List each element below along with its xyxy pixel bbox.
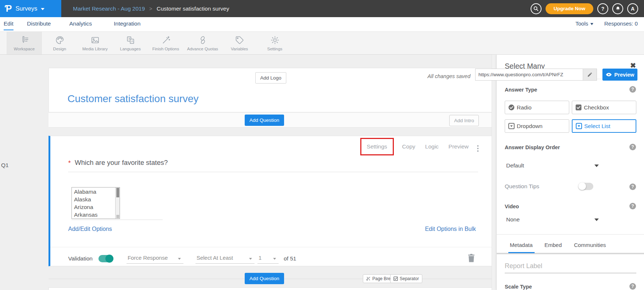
tab-metadata[interactable]: Metadata	[510, 242, 533, 248]
list-item[interactable]: Arkansas	[72, 211, 115, 219]
next-card-edge	[49, 287, 493, 290]
survey-url-input[interactable]	[476, 69, 583, 80]
toolbar-item-design[interactable]: Design	[42, 32, 77, 54]
toolbar-item-variables[interactable]: Variables	[222, 32, 257, 54]
settings-icon	[270, 35, 280, 45]
account-avatar[interactable]: A	[627, 3, 638, 14]
video-dropdown[interactable]: None	[506, 216, 599, 223]
validation-toggle[interactable]	[98, 255, 113, 262]
list-item[interactable]: Alaska	[72, 196, 115, 203]
listbox-scrollbar[interactable]	[115, 187, 120, 219]
of-total-label: of 51	[284, 255, 296, 262]
tab-distribute[interactable]: Distribute	[27, 20, 51, 30]
edit-options-in-bulk-link[interactable]: Edit Options in Bulk	[425, 226, 476, 232]
chevron-down-icon	[590, 23, 593, 25]
preview-button[interactable]: Preview	[602, 69, 637, 81]
eye-icon	[606, 72, 612, 77]
toolbar-item-settings[interactable]: Settings	[257, 32, 292, 54]
question-tips-label: Question Tips	[505, 183, 539, 190]
breadcrumb: Market Research - Aug 2019 > Customer sa…	[73, 0, 229, 17]
answer-type-dropdown[interactable]: Dropdown	[505, 119, 569, 133]
question-copy-button[interactable]: Copy	[402, 143, 415, 150]
list-item[interactable]: Alabama	[72, 188, 115, 196]
edit-url-button[interactable]	[583, 69, 597, 80]
answer-type-checkbox[interactable]: Checkbox	[572, 101, 636, 114]
display-order-help-icon[interactable]: ?	[629, 144, 636, 150]
question-tips-help-icon[interactable]: ?	[629, 183, 636, 190]
chevron-down-icon	[594, 219, 599, 221]
select-rule-dropdown[interactable]: Select At Least	[195, 254, 255, 264]
tools-menu[interactable]: Tools	[575, 20, 593, 27]
variables-icon	[235, 35, 244, 45]
workspace-icon	[20, 35, 29, 45]
force-response-dropdown[interactable]: Force Response	[127, 254, 183, 264]
autosave-status: All changes saved	[416, 73, 470, 79]
min-count-value: 1	[259, 255, 261, 261]
toolbar-item-label: Variables	[231, 47, 248, 51]
question-more-menu[interactable]	[476, 144, 480, 153]
upgrade-now-button[interactable]: Upgrade Now	[546, 3, 593, 14]
surveys-product-menu[interactable]: Ƥ Surveys	[0, 0, 61, 17]
separator-checkbox-icon	[393, 277, 398, 281]
tab-analytics[interactable]: Analytics	[69, 20, 92, 30]
validation-label: Validation	[68, 255, 93, 262]
question-tips-toggle[interactable]	[578, 183, 593, 190]
top-header: Ƥ Surveys Market Research - Aug 2019 > C…	[0, 0, 644, 17]
video-value: None	[506, 216, 520, 223]
survey-title[interactable]: Customer satisfaction survey	[67, 93, 198, 105]
toolbar-item-advance-quotas[interactable]: Advance Quotas	[183, 32, 222, 54]
scale-type-help-icon[interactable]: ?	[629, 283, 636, 290]
listbox-underline	[71, 220, 163, 220]
add-question-button-bottom[interactable]: Add Question	[245, 273, 284, 284]
help-button[interactable]: ?	[597, 3, 608, 14]
dots-vertical-icon	[477, 145, 479, 147]
tab-communities[interactable]: Communities	[574, 242, 606, 248]
chevron-down-icon	[249, 258, 252, 260]
add-question-button-top[interactable]: Add Question	[245, 115, 284, 126]
design-icon	[55, 35, 65, 45]
chevron-down-icon	[41, 8, 44, 10]
notifications-button[interactable]	[612, 3, 623, 14]
toolbar-item-label: Media Library	[82, 47, 108, 51]
toolbar-item-workspace[interactable]: Workspace	[7, 32, 42, 54]
search-button[interactable]	[531, 3, 542, 14]
breadcrumb-folder[interactable]: Market Research - Aug 2019	[73, 5, 145, 12]
video-help-icon[interactable]: ?	[629, 203, 636, 209]
toolbar-item-label: Finish Options	[152, 47, 179, 51]
question-preview-button[interactable]: Preview	[449, 143, 469, 150]
add-edit-options-link[interactable]: Add/Edit Options	[68, 226, 112, 232]
separator-button[interactable]: Separator	[390, 274, 422, 283]
states-select-list[interactable]: Alabama Alaska Arizona Arkansas	[71, 187, 120, 219]
question-text[interactable]: Which are your favorite states?	[75, 159, 168, 167]
tab-integration[interactable]: Integration	[114, 20, 140, 30]
toolbar-item-finish-options[interactable]: Finish Options	[148, 32, 183, 54]
toolbar-item-languages[interactable]: XA Languages	[113, 32, 148, 54]
tab-edit[interactable]: Edit	[4, 20, 13, 30]
force-response-value: Force Response	[128, 255, 168, 261]
avatar-initial: A	[631, 6, 635, 12]
question-menu: Settings Copy Logic Preview	[362, 143, 469, 150]
answer-type-select-list[interactable]: Select List	[572, 119, 636, 133]
validation-divider	[50, 247, 493, 247]
answer-type-help-icon[interactable]: ?	[629, 86, 636, 93]
add-intro-button[interactable]: Add Intro	[449, 115, 479, 126]
report-label-input[interactable]	[505, 261, 636, 273]
answer-type-radio[interactable]: Radio	[505, 101, 569, 114]
add-logo-button[interactable]: Add Logo	[255, 72, 287, 84]
answer-type-label: Answer Type	[505, 87, 537, 93]
editor-toolbar: Workspace Design Media Library XA Langua…	[0, 31, 644, 55]
required-marker: *	[68, 159, 71, 167]
delete-question-button[interactable]	[468, 254, 476, 263]
scrollbar-thumb[interactable]	[116, 188, 119, 197]
question-logic-button[interactable]: Logic	[425, 143, 439, 150]
editor-scrollbar[interactable]	[492, 55, 496, 290]
toolbar-item-media-library[interactable]: Media Library	[77, 32, 113, 54]
display-order-dropdown[interactable]: Default	[506, 162, 599, 169]
pencil-icon	[587, 72, 593, 77]
survey-nav: Edit Distribute Analytics Integration To…	[0, 17, 644, 31]
question-settings-button[interactable]: Settings	[360, 138, 394, 155]
tools-label: Tools	[575, 20, 588, 27]
min-count-dropdown[interactable]: 1	[257, 254, 279, 264]
list-item[interactable]: Arizona	[72, 203, 115, 211]
tab-embed[interactable]: Embed	[544, 242, 562, 248]
